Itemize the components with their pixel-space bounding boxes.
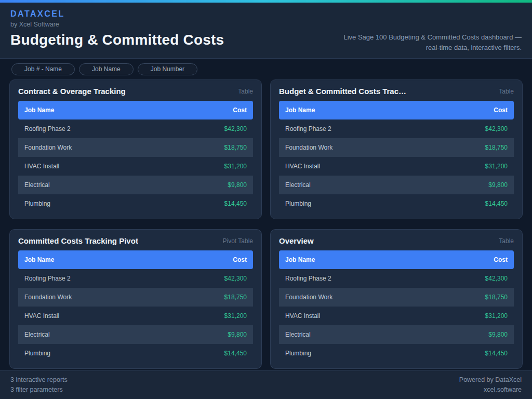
table-row: Foundation Work$18,750 <box>18 288 253 307</box>
table-row: Electrical$9,800 <box>279 176 514 194</box>
column-header-job-name[interactable]: Job Name <box>24 256 54 263</box>
cost-cell: $42,300 <box>485 275 508 282</box>
job-name-cell: HVAC Install <box>24 312 59 320</box>
job-name-cell: Plumbing <box>285 350 311 357</box>
cost-cell: $31,200 <box>224 312 247 320</box>
header-tagline: Live Sage 100 Budgeting & Committed Cost… <box>343 32 522 53</box>
brand-logo: DATAXCEL <box>10 9 522 19</box>
report-type-badge: Table <box>499 88 514 95</box>
table-row: HVAC Install$31,200 <box>18 157 253 176</box>
table-body: Roofing Phase 2$42,300 Foundation Work$1… <box>18 119 253 213</box>
table-header: Job Name Cost <box>18 250 253 269</box>
table-row: HVAC Install$31,200 <box>279 307 514 325</box>
report-title: Contract & Overage Tracking <box>18 87 126 96</box>
filter-chip-job-number[interactable]: Job Number <box>138 63 197 75</box>
filter-bar: Job # - Name Job Name Job Number <box>0 59 532 79</box>
report-card-committed-pivot: Committed Costs Tracking Pivot Pivot Tab… <box>9 229 262 369</box>
table-row: Roofing Phase 2$42,300 <box>279 269 514 288</box>
table-row: Roofing Phase 2$42,300 <box>279 119 514 138</box>
column-header-job-name[interactable]: Job Name <box>24 107 54 114</box>
column-header-job-name[interactable]: Job Name <box>285 107 315 114</box>
cost-cell: $9,800 <box>488 181 508 189</box>
table-row: HVAC Install$31,200 <box>18 307 253 325</box>
cost-cell: $31,200 <box>485 312 508 320</box>
cost-cell: $42,300 <box>485 125 508 132</box>
app-footer: 3 interactive reports 3 filter parameter… <box>0 370 532 399</box>
report-title: Overview <box>279 236 314 245</box>
table-row: HVAC Install$31,200 <box>279 157 514 176</box>
cost-cell: $9,800 <box>228 181 247 189</box>
footer-filters-count: 3 filter parameters <box>10 385 68 395</box>
table-header: Job Name Cost <box>279 250 514 269</box>
table-body: Roofing Phase 2$42,300 Foundation Work$1… <box>18 269 253 363</box>
report-type-badge: Pivot Table <box>223 237 253 245</box>
column-header-cost[interactable]: Cost <box>494 256 508 263</box>
footer-reports-count: 3 interactive reports <box>10 375 68 385</box>
table-row: Electrical$9,800 <box>18 325 253 344</box>
table-body: Roofing Phase 2$42,300 Foundation Work$1… <box>279 119 514 213</box>
job-name-cell: Roofing Phase 2 <box>285 275 331 282</box>
cost-cell: $42,300 <box>224 125 247 132</box>
brand-byline: by Xcel Software <box>10 21 522 28</box>
table-row: Plumbing$14,450 <box>279 344 514 363</box>
cost-cell: $18,750 <box>485 294 508 301</box>
column-header-job-name[interactable]: Job Name <box>285 256 315 263</box>
job-name-cell: Roofing Phase 2 <box>24 275 71 282</box>
job-name-cell: Foundation Work <box>285 144 332 151</box>
job-name-cell: HVAC Install <box>24 163 59 170</box>
filter-chip-job-name[interactable]: Job Name <box>79 63 134 75</box>
report-type-badge: Table <box>238 88 253 95</box>
job-name-cell: Plumbing <box>285 200 311 207</box>
cost-cell: $14,450 <box>224 350 247 357</box>
cost-cell: $14,450 <box>224 200 247 207</box>
table-row: Electrical$9,800 <box>18 176 253 194</box>
cost-cell: $31,200 <box>224 163 247 170</box>
job-name-cell: Electrical <box>285 331 311 338</box>
table-row: Foundation Work$18,750 <box>279 288 514 307</box>
cost-cell: $31,200 <box>485 163 508 170</box>
cost-cell: $18,750 <box>485 144 508 151</box>
cost-cell: $18,750 <box>224 144 247 151</box>
cost-cell: $42,300 <box>224 275 247 282</box>
table-row: Plumbing$14,450 <box>279 194 514 213</box>
job-name-cell: Electrical <box>24 331 50 338</box>
header-tagline-line1: Live Sage 100 Budgeting & Committed Cost… <box>343 32 522 43</box>
table-body: Roofing Phase 2$42,300 Foundation Work$1… <box>279 269 514 363</box>
job-name-cell: HVAC Install <box>285 163 320 170</box>
column-header-cost[interactable]: Cost <box>233 256 247 263</box>
job-name-cell: Electrical <box>24 181 50 189</box>
report-card-budget-committed: Budget & Committed Costs Trac… Table Job… <box>270 79 523 219</box>
job-name-cell: Foundation Work <box>24 144 72 151</box>
table-row: Roofing Phase 2$42,300 <box>18 269 253 288</box>
report-card-overview: Overview Table Job Name Cost Roofing Pha… <box>270 229 523 369</box>
report-type-badge: Table <box>499 237 514 245</box>
footer-powered-by: Powered by DataXcel <box>459 375 522 385</box>
report-title: Budget & Committed Costs Trac… <box>279 87 406 96</box>
job-name-cell: Electrical <box>285 181 311 189</box>
filter-chip-job-num-name[interactable]: Job # - Name <box>11 63 75 75</box>
cost-cell: $18,750 <box>224 294 247 301</box>
table-header: Job Name Cost <box>18 101 253 119</box>
column-header-cost[interactable]: Cost <box>494 107 508 114</box>
job-name-cell: Foundation Work <box>285 294 332 301</box>
job-name-cell: Roofing Phase 2 <box>24 125 71 132</box>
cost-cell: $9,800 <box>228 331 247 338</box>
table-row: Roofing Phase 2$42,300 <box>18 119 253 138</box>
footer-website-link[interactable]: xcel.software <box>459 385 522 395</box>
header-tagline-line2: real-time data, interactive filters. <box>343 43 522 53</box>
job-name-cell: Plumbing <box>24 200 50 207</box>
table-row: Electrical$9,800 <box>279 325 514 344</box>
report-grid: Contract & Overage Tracking Table Job Na… <box>9 79 523 369</box>
cost-cell: $9,800 <box>488 331 508 338</box>
job-name-cell: Plumbing <box>24 350 50 357</box>
column-header-cost[interactable]: Cost <box>233 107 247 114</box>
table-row: Foundation Work$18,750 <box>279 138 514 157</box>
cost-cell: $14,450 <box>485 200 508 207</box>
footer-stats: 3 interactive reports 3 filter parameter… <box>10 375 68 395</box>
footer-credits: Powered by DataXcel xcel.software <box>459 375 522 395</box>
cost-cell: $14,450 <box>485 350 508 357</box>
job-name-cell: HVAC Install <box>285 312 320 320</box>
job-name-cell: Foundation Work <box>24 294 72 301</box>
app-header: DATAXCEL by Xcel Software Budgeting & Co… <box>0 3 532 59</box>
table-row: Foundation Work$18,750 <box>18 138 253 157</box>
